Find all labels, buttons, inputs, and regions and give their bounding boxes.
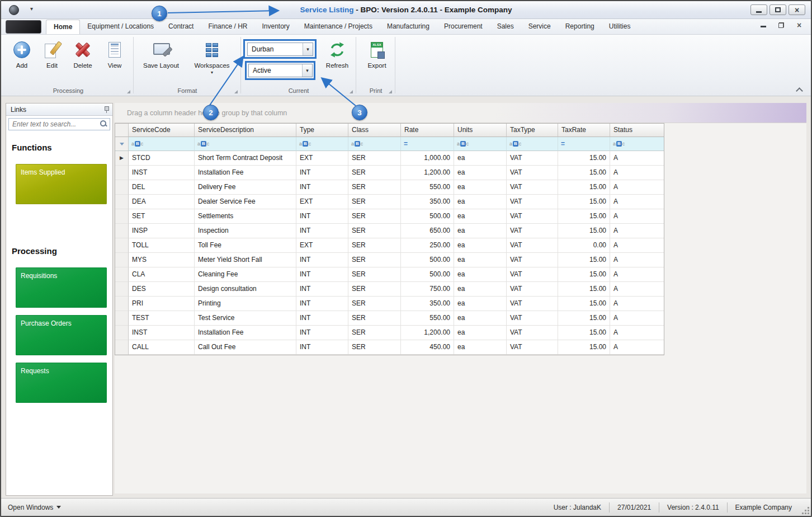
save-layout-button[interactable]: Save Layout bbox=[139, 38, 183, 69]
ribbon-tab[interactable]: Sales bbox=[490, 20, 521, 34]
requests-button[interactable]: Requests bbox=[16, 363, 107, 403]
table-row[interactable]: TOLL Toll Fee EXT SER 250.00 ea VAT 0.00… bbox=[115, 238, 664, 253]
ribbon-tab[interactable]: Home bbox=[46, 20, 80, 34]
column-header[interactable]: ServiceDescription bbox=[195, 124, 296, 137]
ribbon-tab[interactable]: Manufacturing bbox=[380, 20, 437, 34]
table-row[interactable]: CLA Cleaning Fee INT SER 500.00 ea VAT 1… bbox=[115, 267, 664, 282]
column-header[interactable]: TaxRate bbox=[558, 124, 610, 137]
table-row[interactable]: DES Design consultation INT SER 750.00 e… bbox=[115, 282, 664, 297]
filter-cell-rate[interactable]: = bbox=[401, 137, 454, 151]
ribbon-tab[interactable]: Contract bbox=[161, 20, 201, 34]
maximize-button[interactable] bbox=[769, 4, 786, 15]
dialog-launcher-icon[interactable] bbox=[350, 90, 353, 93]
open-windows-dropdown[interactable]: Open Windows bbox=[8, 504, 61, 511]
cell-taxtype: VAT bbox=[507, 224, 558, 238]
xlsx-export-icon: XLSX bbox=[371, 42, 383, 58]
edit-button[interactable]: Edit bbox=[39, 38, 65, 69]
minimize-button[interactable] bbox=[750, 4, 767, 15]
cell-status: A bbox=[610, 151, 664, 166]
abc-filter-icon[interactable]: aBc bbox=[197, 141, 209, 147]
abc-filter-icon[interactable]: aBc bbox=[613, 141, 625, 147]
table-row[interactable]: INST Installation Fee INT SER 1,200.00 e… bbox=[115, 326, 664, 340]
table-row[interactable]: MYS Meter Yield Short Fall INT SER 500.0… bbox=[115, 253, 664, 267]
dialog-launcher-icon[interactable] bbox=[127, 90, 130, 93]
ribbon-collapse-icon[interactable] bbox=[795, 87, 803, 92]
equals-filter-icon[interactable]: = bbox=[561, 140, 565, 148]
filter-cell-type[interactable]: aBc bbox=[296, 137, 348, 151]
status-company: Example Company bbox=[728, 504, 800, 511]
mdi-minimize-button[interactable] bbox=[759, 21, 767, 29]
table-row[interactable]: DEL Delivery Fee INT SER 550.00 ea VAT 1… bbox=[115, 180, 664, 195]
table-row[interactable]: ▶ STCD Short Term Contract Deposit EXT S… bbox=[115, 151, 664, 166]
ribbon-tab[interactable]: Reporting bbox=[558, 20, 602, 34]
dialog-launcher-icon[interactable] bbox=[234, 90, 238, 93]
column-header[interactable]: Type bbox=[296, 124, 348, 137]
grid-rows: ▶ STCD Short Term Contract Deposit EXT S… bbox=[115, 151, 664, 355]
close-button[interactable]: × bbox=[789, 4, 805, 15]
filter-cell-servicecode[interactable]: aBc bbox=[129, 137, 195, 151]
view-button[interactable]: View bbox=[102, 38, 128, 69]
ribbon-tab[interactable]: Finance / HR bbox=[201, 20, 254, 34]
cell-class: SER bbox=[348, 180, 401, 195]
restore-icon bbox=[778, 22, 784, 28]
abc-filter-icon[interactable]: aBc bbox=[299, 141, 311, 147]
search-input[interactable] bbox=[8, 118, 110, 130]
table-row[interactable]: PRI Printing INT SER 350.00 ea VAT 15.00… bbox=[115, 297, 664, 311]
cell-servicecode: TEST bbox=[129, 311, 195, 326]
filter-cell-units[interactable]: aBc bbox=[454, 137, 507, 151]
ribbon-tab[interactable]: Maintenance / Projects bbox=[297, 20, 380, 34]
ribbon-tab[interactable]: Utilities bbox=[602, 20, 638, 34]
table-row[interactable]: CALL Call Out Fee INT SER 450.00 ea VAT … bbox=[115, 340, 664, 355]
row-indicator-cell bbox=[115, 340, 129, 355]
purchase-orders-button[interactable]: Purchase Orders bbox=[16, 315, 107, 355]
workspaces-button[interactable]: Workspaces ▾ bbox=[189, 38, 235, 75]
column-header[interactable]: Status bbox=[610, 124, 664, 137]
filter-cell-taxrate[interactable]: = bbox=[558, 137, 610, 151]
column-header[interactable]: Rate bbox=[401, 124, 454, 137]
status-combobox[interactable]: Active ▾ bbox=[248, 64, 313, 77]
search-icon[interactable] bbox=[100, 120, 107, 128]
table-row[interactable]: INST Installation Fee INT SER 1,200.00 e… bbox=[115, 166, 664, 180]
cell-units: ea bbox=[454, 151, 507, 166]
equals-filter-icon[interactable]: = bbox=[404, 140, 408, 148]
table-row[interactable]: DEA Dealer Service Fee EXT SER 350.00 ea… bbox=[115, 195, 664, 209]
resize-grip[interactable] bbox=[802, 507, 809, 514]
table-row[interactable]: TEST Test Service INT SER 550.00 ea VAT … bbox=[115, 311, 664, 326]
items-supplied-button[interactable]: Items Supplied bbox=[16, 164, 107, 204]
app-logo[interactable] bbox=[6, 20, 41, 34]
abc-filter-icon[interactable]: aBc bbox=[457, 141, 469, 147]
table-row[interactable]: INSP Inspection INT SER 650.00 ea VAT 15… bbox=[115, 224, 664, 238]
ribbon-tab[interactable]: Inventory bbox=[254, 20, 296, 34]
table-row[interactable]: SET Settlements INT SER 500.00 ea VAT 15… bbox=[115, 209, 664, 224]
refresh-button[interactable]: Refresh bbox=[321, 38, 353, 69]
export-button[interactable]: XLSX Export bbox=[361, 38, 393, 69]
cell-status: A bbox=[610, 224, 664, 238]
mdi-close-button[interactable]: × bbox=[795, 21, 803, 29]
abc-filter-icon[interactable]: aBc bbox=[351, 141, 363, 147]
column-header[interactable]: Units bbox=[454, 124, 507, 137]
abc-filter-icon[interactable]: aBc bbox=[509, 141, 521, 147]
delete-button[interactable]: Delete bbox=[68, 38, 97, 69]
filter-cell-taxtype[interactable]: aBc bbox=[507, 137, 558, 151]
site-combobox[interactable]: Durban ▾ bbox=[247, 43, 313, 56]
mdi-restore-button[interactable] bbox=[777, 21, 785, 29]
dialog-launcher-icon[interactable] bbox=[389, 90, 392, 93]
filter-cell-status[interactable]: aBc bbox=[610, 137, 664, 151]
pin-icon[interactable] bbox=[103, 106, 109, 114]
column-header[interactable]: Class bbox=[348, 124, 401, 137]
filter-cell-servicedescription[interactable]: aBc bbox=[195, 137, 296, 151]
column-header[interactable]: TaxType bbox=[507, 124, 558, 137]
ribbon-tab[interactable]: Equipment / Locations bbox=[80, 20, 161, 34]
ribbon-tab[interactable]: Procurement bbox=[437, 20, 490, 34]
cell-taxtype: VAT bbox=[507, 151, 558, 166]
cell-rate: 1,000.00 bbox=[401, 151, 454, 166]
requisitions-button[interactable]: Requisitions bbox=[16, 267, 107, 308]
status-combobox-dropdown-button[interactable]: ▾ bbox=[302, 64, 312, 77]
add-button[interactable]: Add bbox=[8, 38, 36, 69]
site-combobox-dropdown-button[interactable]: ▾ bbox=[303, 43, 313, 55]
ribbon-tab[interactable]: Service bbox=[521, 20, 558, 34]
abc-filter-icon[interactable]: aBc bbox=[131, 141, 143, 147]
cell-class: SER bbox=[348, 166, 401, 180]
column-header[interactable]: ServiceCode bbox=[129, 124, 195, 137]
filter-cell-class[interactable]: aBc bbox=[348, 137, 401, 151]
